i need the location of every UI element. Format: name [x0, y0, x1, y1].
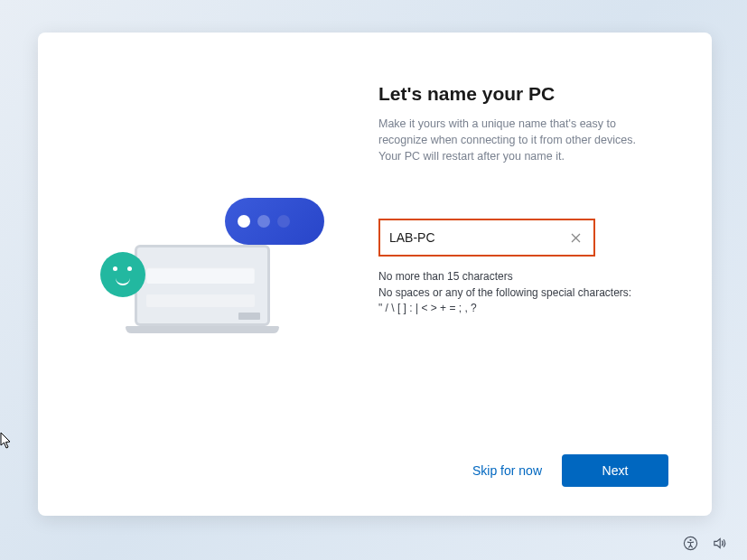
mock-input-bar [146, 267, 255, 284]
mock-block [238, 313, 260, 320]
mouse-cursor-icon [0, 432, 13, 450]
page-subtitle: Make it yours with a unique name that's … [378, 116, 668, 164]
skip-link[interactable]: Skip for now [472, 463, 542, 478]
pc-name-input-wrap [378, 219, 595, 257]
pc-illustration [117, 216, 297, 333]
typing-bubble [225, 198, 324, 245]
close-icon [571, 233, 581, 243]
oobe-card: Let's name your PC Make it yours with a … [38, 33, 712, 516]
svg-point-1 [689, 538, 691, 540]
content-pane: Let's name your PC Make it yours with a … [375, 33, 712, 516]
laptop-base [126, 326, 279, 333]
dot-icon [238, 215, 250, 228]
footer-actions: Skip for now Next [378, 454, 668, 494]
page-title: Let's name your PC [378, 83, 668, 105]
illustration-pane [38, 33, 375, 516]
input-hint: No more than 15 characters No spaces or … [378, 269, 668, 316]
laptop-screen [135, 245, 270, 326]
hint-line-1: No more than 15 characters [378, 269, 668, 285]
dot-icon [277, 215, 290, 228]
hint-line-2: No spaces or any of the following specia… [378, 285, 668, 301]
next-button[interactable]: Next [562, 454, 668, 487]
smiley-face-icon [100, 252, 145, 297]
accessibility-icon[interactable] [682, 535, 698, 551]
hint-line-3: " / \ [ ] : | < > + = ; , ? [378, 301, 668, 316]
clear-input-button[interactable] [566, 229, 584, 247]
mock-row [146, 294, 255, 307]
system-tray [682, 535, 727, 551]
volume-icon[interactable] [711, 535, 727, 551]
dot-icon [257, 215, 270, 228]
pc-name-input[interactable] [389, 230, 566, 245]
